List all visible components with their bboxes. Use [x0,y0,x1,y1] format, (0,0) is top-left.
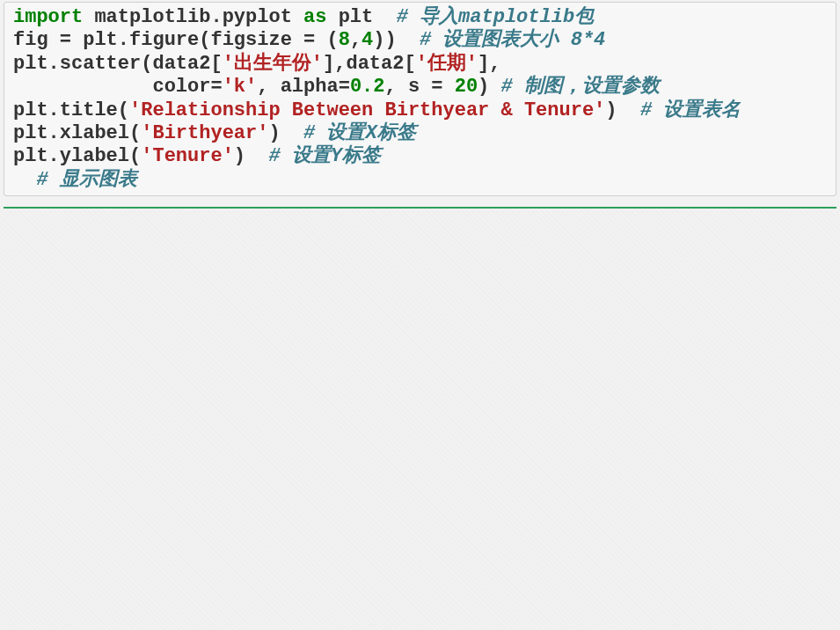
string-literal: 'k' [223,76,258,98]
string-literal: 'Relationship Between Birthyear & Tenure… [129,99,605,121]
comment: # 设置图表大小 8*4 [420,29,605,51]
keyword-as: as [303,6,326,28]
code-text: plt.ylabel( [13,145,141,167]
code-text: plt.title( [13,99,129,121]
code-text: ],data2[ [323,53,416,75]
number-literal: 8 [339,29,350,51]
code-text: fig = plt.figure(figsize = ( [13,29,339,51]
comment: # 导入matplotlib包 [397,6,594,28]
code-text: plt.xlabel( [13,122,141,144]
code-text: ], [478,53,500,75]
number-literal: 4 [362,29,373,51]
code-text: color= [13,76,223,98]
code-text: matplotlib.pyplot [83,6,303,28]
code-text [13,169,36,191]
comment: # 设置表名 [640,99,741,121]
code-text: , s = [384,76,454,98]
code-text: ) [234,145,269,167]
number-literal: 20 [455,76,478,98]
code-text: ) [605,99,640,121]
comment: # 设置Y标签 [268,145,381,167]
number-literal: 0.2 [350,76,385,98]
output-area [0,209,840,630]
keyword-import: import [13,6,83,28]
code-cell[interactable]: import matplotlib.pyplot as plt # 导入matp… [4,2,836,196]
comment: # 设置X标签 [303,122,416,144]
code-text: ) [478,76,500,98]
string-literal: 'Tenure' [141,145,234,167]
comment: # 显示图表 [36,169,136,191]
code-text: ) [268,122,303,144]
string-literal: '出生年份' [223,53,323,75]
comment: # 制图，设置参数 [501,76,660,98]
string-literal: '任期' [416,53,478,75]
code-text: plt [326,6,396,28]
code-text: )) [373,29,420,51]
code-text: plt.scatter(data2[ [13,53,223,75]
code-text: , alpha= [257,76,350,98]
code-text: , [350,29,362,51]
string-literal: 'Birthyear' [141,122,268,144]
